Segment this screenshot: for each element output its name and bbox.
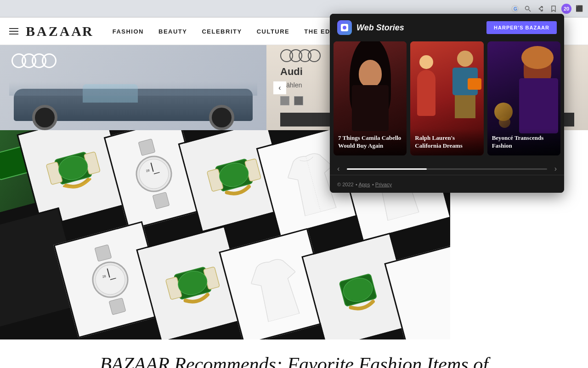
share-icon[interactable] [536,4,546,14]
stories-prev-button[interactable]: ‹ [334,163,343,175]
web-stories-panel: Web Stories HARPER'S BAZAAR 7 Things Cam… [330,14,564,193]
user-avatar[interactable]: 20 [561,4,571,14]
carousel-prev-arrow[interactable]: ‹ [273,81,286,94]
footer-apps-link[interactable]: Apps [358,182,370,187]
svg-point-2 [526,6,529,10]
svg-rect-9 [153,192,170,209]
stories-progress-bar [347,168,547,170]
nav-item-culture[interactable]: CULTURE [257,27,290,35]
footer-separator-2: • [372,182,375,187]
story-card-camila[interactable]: 7 Things Camila Cabello Would Buy Again [334,41,407,155]
svg-line-3 [529,10,531,12]
hamburger-menu[interactable] [9,28,18,34]
story-card-camila-text: 7 Things Camila Cabello Would Buy Again [334,129,407,155]
nav-item-beauty[interactable]: BEAUTY [158,27,187,35]
page-bottom-title: BAZAAR Recommends: Favorite Fashion Item… [0,344,588,368]
web-stories-cards: 7 Things Camila Cabello Would Buy Again [330,41,564,161]
story-card-ralph-lauren[interactable]: Ralph Lauren's California Dreams [410,41,483,155]
svg-text:G: G [514,6,517,12]
nav-item-fashion[interactable]: FASHION [113,27,144,35]
zoom-icon[interactable] [523,4,533,14]
footer-copyright: © 2022 [337,182,354,187]
web-stories-logo-dot [343,26,346,29]
main-navigation: FASHION BEAUTY CELEBRITY CULTURE THE EDI… [113,27,337,35]
nav-item-celebrity[interactable]: CELEBRITY [202,27,242,35]
stories-progress-fill [347,168,427,170]
web-stories-logo-inner [341,24,348,31]
web-stories-footer: © 2022 • Apps • Privacy [330,175,564,193]
bookmark-icon[interactable] [548,4,559,14]
web-stories-title-area: Web Stories [337,20,404,35]
svg-rect-8 [138,139,155,156]
svg-rect-21 [109,298,126,315]
svg-rect-20 [95,245,112,262]
stories-next-button[interactable]: › [551,163,560,175]
web-stories-navigation: ‹ › [330,161,564,175]
story-card-ralph-text: Ralph Lauren's California Dreams [410,129,483,155]
google-icon[interactable]: G [510,4,520,14]
web-stories-logo-icon [337,20,352,35]
ad-image-left [0,45,266,130]
web-stories-title: Web Stories [356,23,404,33]
site-logo[interactable]: BAZAAR [26,23,94,39]
story-card-beyonce[interactable]: Beyoncé Transcends Fashion [487,41,560,155]
harpers-bazaar-button[interactable]: HARPER'S BAZAAR [486,21,557,34]
browser-toolbar: G 20 ⬛ [510,4,584,14]
extensions-icon[interactable]: ⬛ [574,4,584,14]
web-stories-header: Web Stories HARPER'S BAZAAR [330,14,564,41]
story-card-beyonce-text: Beyoncé Transcends Fashion [487,129,560,155]
footer-privacy-link[interactable]: Privacy [375,182,392,187]
